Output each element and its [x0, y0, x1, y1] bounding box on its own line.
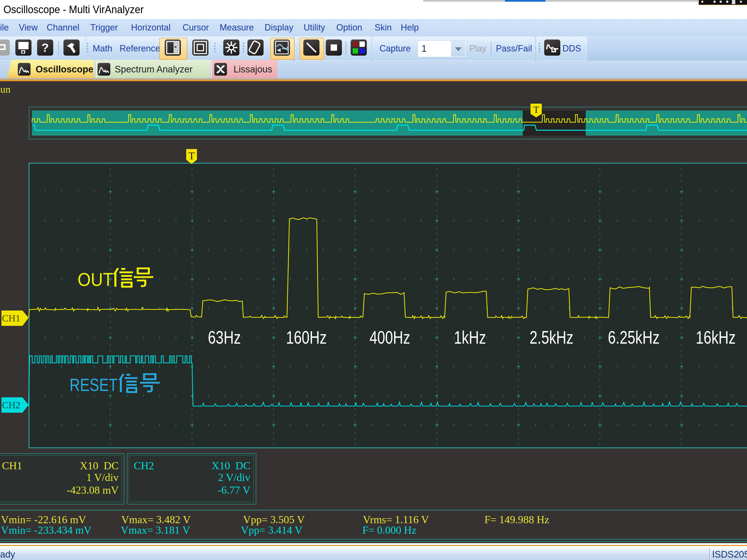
svg-text:CH2: CH2	[2, 400, 21, 410]
svg-text:T: T	[188, 150, 195, 161]
svg-text:CH1: CH1	[2, 313, 21, 324]
